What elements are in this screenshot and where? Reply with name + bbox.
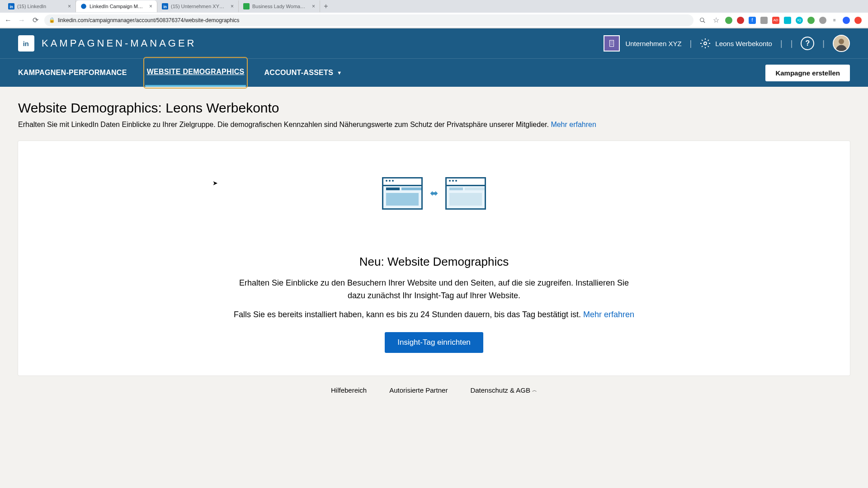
linkedin-icon: in [8, 3, 14, 9]
lock-icon: 🔒 [49, 17, 55, 23]
ext-icon[interactable] [843, 17, 850, 24]
card-paragraph: Erhalten Sie Einblicke zu den Besuchern … [231, 277, 637, 302]
forward-button[interactable]: → [17, 16, 26, 25]
tab-title: Business Lady Woman - Free [252, 4, 307, 9]
browser-window-icon [382, 177, 423, 210]
ext-icon[interactable]: IQ [796, 17, 803, 24]
linkedin-logo-icon: in [18, 35, 34, 52]
tab-assets[interactable]: ACCOUNT-ASSETS▼ [264, 59, 342, 87]
help-button[interactable]: ? [801, 37, 814, 50]
browser-tab[interactable]: Business Lady Woman - Free × [239, 0, 320, 12]
extension-icons: f AD IQ ≡ [725, 17, 864, 24]
divider: | [791, 39, 793, 48]
footer-privacy[interactable]: Datenschutz & AGB︿ [470, 386, 537, 394]
gear-icon [700, 38, 711, 49]
svg-text:in: in [10, 5, 13, 9]
building-icon [604, 35, 620, 52]
card-paragraph: Falls Sie es bereits installiert haben, … [231, 309, 637, 321]
footer: Hilfebereich Autorisierte Partner Datens… [18, 375, 850, 405]
browser-chrome: in (15) LinkedIn × LinkedIn Campaign Man… [0, 0, 868, 28]
ext-icon[interactable] [784, 17, 791, 24]
tab-demographics[interactable]: WEBSITE DEMOGRAPHICS [145, 59, 246, 87]
footer-partners[interactable]: Autorisierte Partner [389, 386, 448, 394]
learn-more-link[interactable]: Mehr erfahren [583, 310, 634, 319]
avatar[interactable] [833, 35, 850, 52]
ext-icon[interactable]: ≡ [831, 17, 838, 24]
linkedin-icon [80, 3, 87, 9]
browser-window-icon [445, 177, 486, 210]
divider: | [780, 39, 783, 48]
svg-text:in: in [23, 40, 29, 47]
close-icon[interactable]: × [68, 3, 71, 9]
paragraph-text: Falls Sie es bereits installiert haben, … [234, 310, 583, 319]
page-content: Website Demographics: Leons Werbekonto E… [0, 87, 868, 418]
svg-rect-10 [610, 40, 614, 47]
ext-icon[interactable] [737, 17, 744, 24]
tab-title: LinkedIn Campaign Manager [90, 4, 145, 9]
svg-rect-5 [243, 3, 250, 9]
search-icon[interactable] [698, 16, 707, 25]
divider: | [822, 39, 825, 48]
browser-tab-active[interactable]: LinkedIn Campaign Manager × [76, 0, 157, 12]
url-text: linkedin.com/campaignmanager/account/508… [58, 17, 240, 23]
illustration: ⬌ [36, 177, 832, 210]
nav-label: WEBSITE DEMOGRAPHICS [147, 68, 245, 76]
ext-icon[interactable]: f [749, 17, 756, 24]
svg-point-6 [700, 18, 704, 21]
svg-point-2 [81, 4, 86, 9]
account-name: Leons Werbekonto [715, 40, 772, 47]
browser-tab[interactable]: in (15) Unternehmen XYZ: Admin × [157, 0, 239, 12]
page-subtitle: Erhalten Sie mit LinkedIn Daten Einblick… [18, 119, 850, 130]
divider: | [690, 39, 692, 48]
learn-more-link[interactable]: Mehr erfahren [551, 121, 596, 128]
ext-icon[interactable] [854, 17, 862, 24]
star-icon[interactable]: ☆ [712, 16, 721, 25]
brand[interactable]: in KAMPAGNEN-MANAGER [18, 35, 197, 52]
ext-icon[interactable] [760, 17, 768, 24]
footer-label: Datenschutz & AGB [470, 386, 530, 394]
subtitle-text: Erhalten Sie mit LinkedIn Daten Einblick… [18, 121, 551, 128]
cursor-icon: ➤ [212, 179, 218, 187]
create-campaign-button[interactable]: Kampagne erstellen [765, 65, 850, 81]
new-tab-button[interactable]: + [320, 0, 332, 12]
tab-title: (15) LinkedIn [17, 4, 63, 9]
close-icon[interactable]: × [149, 3, 152, 9]
account-settings[interactable]: Leons Werbekonto [700, 38, 772, 49]
ext-icon[interactable]: AD [772, 17, 779, 24]
nav-label: ACCOUNT-ASSETS [264, 69, 333, 77]
ext-icon[interactable] [807, 17, 815, 24]
reload-button[interactable]: ⟳ [31, 16, 40, 25]
sync-arrow-icon: ⬌ [430, 188, 438, 199]
svg-text:in: in [164, 5, 167, 9]
tab-title: (15) Unternehmen XYZ: Admin [171, 4, 226, 9]
nav-label: KAMPAGNEN-PERFORMANCE [18, 69, 127, 77]
brand-text: KAMPAGNEN-MANAGER [42, 38, 197, 49]
setup-insight-tag-button[interactable]: Insight-Tag einrichten [385, 332, 483, 353]
footer-help[interactable]: Hilfebereich [331, 386, 367, 394]
organization-selector[interactable]: Unternehmen XYZ [604, 35, 681, 52]
address-bar[interactable]: 🔒 linkedin.com/campaignmanager/account/5… [44, 14, 693, 26]
svg-point-19 [839, 39, 844, 44]
browser-tab[interactable]: in (15) LinkedIn × [4, 0, 76, 12]
page-title: Website Demographics: Leons Werbekonto [18, 100, 850, 116]
svg-point-17 [704, 42, 707, 45]
card-heading: Neu: Website Demographics [36, 255, 832, 269]
tab-performance[interactable]: KAMPAGNEN-PERFORMANCE [18, 59, 127, 87]
back-button[interactable]: ← [4, 16, 13, 25]
ext-icon[interactable] [725, 17, 732, 24]
chevron-down-icon: ▼ [337, 70, 342, 75]
close-icon[interactable]: × [231, 3, 234, 9]
pixabay-icon [243, 3, 250, 9]
empty-state-card: ➤ ⬌ Neu: Website Demographics Erhalten S… [18, 141, 850, 375]
svg-line-7 [703, 21, 705, 23]
tab-strip: in (15) LinkedIn × LinkedIn Campaign Man… [0, 0, 868, 13]
app-header: in KAMPAGNEN-MANAGER Unternehmen XYZ | L… [0, 28, 868, 87]
linkedin-icon: in [162, 3, 168, 9]
chevron-up-icon: ︿ [532, 387, 537, 394]
close-icon[interactable]: × [312, 3, 315, 9]
ext-icon[interactable] [819, 17, 826, 24]
org-name: Unternehmen XYZ [625, 40, 681, 47]
browser-toolbar: ← → ⟳ 🔒 linkedin.com/campaignmanager/acc… [0, 13, 868, 28]
